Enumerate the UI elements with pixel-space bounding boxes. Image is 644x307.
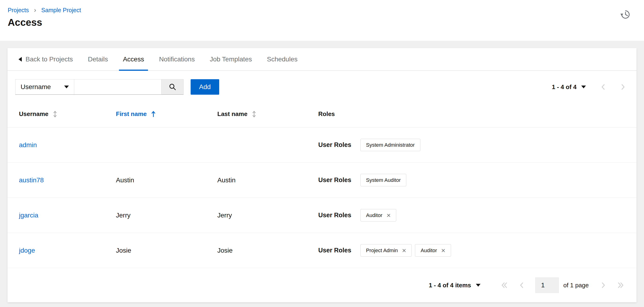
next-page-button[interactable] — [620, 83, 625, 91]
caret-left-icon — [18, 57, 22, 62]
angle-left-icon — [601, 83, 606, 91]
tab-job-templates[interactable]: Job Templates — [202, 48, 260, 71]
last-name-cell: Josie — [217, 247, 318, 254]
next-page-button[interactable] — [601, 281, 606, 289]
role-chip: System Auditor — [360, 174, 406, 186]
table-row: admin User Roles System Administrator — [8, 128, 636, 163]
username-link[interactable]: jgarcia — [19, 212, 38, 219]
tab-notifications[interactable]: Notifications — [152, 48, 202, 71]
column-header-last-name[interactable]: Last name — [217, 110, 318, 118]
first-name-cell: Josie — [116, 247, 217, 254]
username-cell: jgarcia — [19, 212, 116, 219]
tab-label: Details — [88, 56, 108, 63]
role-chip-label: Project Admin — [366, 247, 398, 253]
history-icon[interactable] — [620, 9, 631, 20]
page: Projects › Sample Project Access Back to… — [0, 0, 644, 307]
search-button[interactable] — [161, 79, 184, 95]
tab-label: Back to Projects — [26, 56, 73, 63]
remove-role-icon[interactable]: × — [387, 212, 391, 219]
table-row: jgarcia Jerry Jerry User Roles Auditor × — [8, 198, 636, 233]
role-chip-label: System Auditor — [366, 177, 401, 183]
role-chips: Project Admin × Auditor × — [360, 244, 451, 257]
page-count-label: of 1 page — [564, 282, 589, 289]
tab-bar: Back to Projects Details Access Notifica… — [8, 48, 636, 71]
column-header-first-name[interactable]: First name — [116, 110, 217, 118]
breadcrumb-projects-link[interactable]: Projects — [8, 7, 29, 14]
pagination-range: 1 - 4 of 4 — [552, 83, 576, 91]
username-link[interactable]: jdoge — [19, 247, 35, 254]
username-link[interactable]: admin — [19, 141, 37, 149]
sort-both-icon[interactable] — [53, 110, 57, 118]
chevron-down-icon — [581, 86, 586, 88]
sort-ascending-icon[interactable] — [151, 110, 156, 118]
tab-schedules[interactable]: Schedules — [260, 48, 305, 71]
chevron-down-icon — [64, 86, 69, 88]
first-name-cell: Jerry — [116, 212, 217, 219]
prev-page-button[interactable] — [520, 281, 524, 289]
column-label: Username — [19, 110, 48, 118]
username-cell: jdoge — [19, 247, 116, 254]
last-name-cell: Austin — [217, 176, 318, 184]
prev-page-button[interactable] — [601, 83, 606, 91]
double-angle-right-icon — [617, 281, 624, 289]
roles-cell: User Roles System Auditor — [318, 174, 625, 186]
current-page-input[interactable] — [535, 277, 559, 293]
items-range: 1 - 4 of 4 items — [429, 282, 471, 289]
pagination-footer: 1 - 4 of 4 items of 1 page — [8, 268, 636, 302]
role-chips: Auditor × — [360, 209, 396, 221]
user-roles-label: User Roles — [318, 176, 351, 184]
tab-label: Notifications — [159, 56, 195, 63]
items-per-page-dropdown[interactable]: 1 - 4 of 4 items — [429, 282, 480, 289]
table-row: jdoge Josie Josie User Roles Project Adm… — [8, 233, 636, 268]
roles-cell: User Roles Project Admin × Auditor × — [318, 244, 625, 257]
tab-details[interactable]: Details — [80, 48, 116, 71]
table-body: admin User Roles System Administrator — [8, 128, 636, 268]
tab-label: Access — [123, 56, 144, 63]
table-row: austin78 Austin Austin User Roles System… — [8, 163, 636, 198]
column-label: Last name — [217, 110, 248, 118]
role-chip-label: Auditor — [420, 247, 437, 253]
role-chips: System Administrator — [360, 139, 420, 151]
remove-role-icon[interactable]: × — [402, 247, 406, 254]
table-header: Username First name Last name — [8, 101, 636, 128]
chevron-down-icon — [476, 284, 480, 287]
roles-cell: User Roles Auditor × — [318, 209, 625, 221]
last-name-cell: Jerry — [217, 212, 318, 219]
angle-left-icon — [520, 281, 524, 289]
user-roles-label: User Roles — [318, 212, 351, 219]
last-page-button[interactable] — [617, 281, 624, 289]
add-button[interactable]: Add — [190, 79, 219, 95]
remove-role-icon[interactable]: × — [441, 247, 446, 254]
tab-back-to-projects[interactable]: Back to Projects — [11, 48, 80, 71]
tab-access[interactable]: Access — [116, 48, 152, 71]
role-chip: Project Admin × — [360, 244, 412, 257]
breadcrumb: Projects › Sample Project — [8, 6, 644, 14]
username-link[interactable]: austin78 — [19, 176, 44, 184]
filter-type-value: Username — [20, 83, 51, 91]
per-page-dropdown[interactable]: 1 - 4 of 4 — [552, 83, 586, 91]
tab-label: Schedules — [267, 56, 298, 63]
main-content: Back to Projects Details Access Notifica… — [0, 41, 644, 302]
username-cell: admin — [19, 141, 116, 149]
sort-both-icon[interactable] — [252, 110, 256, 118]
roles-cell: User Roles System Administrator — [318, 139, 625, 151]
column-header-username[interactable]: Username — [19, 110, 116, 118]
filter-type-select[interactable]: Username — [15, 79, 74, 95]
first-page-button[interactable] — [501, 281, 508, 289]
breadcrumb-separator-icon: › — [34, 7, 36, 13]
search-input[interactable] — [74, 79, 161, 95]
role-chip-label: System Administrator — [366, 142, 415, 148]
breadcrumb-sample-project-link[interactable]: Sample Project — [41, 7, 81, 14]
role-chip: Auditor × — [415, 244, 451, 257]
angle-right-icon — [620, 83, 625, 91]
page-header: Projects › Sample Project Access — [0, 0, 644, 41]
role-chip-label: Auditor — [366, 212, 382, 218]
angle-right-icon — [601, 281, 606, 289]
search-icon — [168, 83, 176, 91]
role-chips: System Auditor — [360, 174, 406, 186]
user-roles-label: User Roles — [318, 141, 351, 149]
column-label: Roles — [318, 110, 335, 118]
role-chip: System Administrator — [360, 139, 420, 151]
first-name-cell: Austin — [116, 176, 217, 184]
tab-label: Job Templates — [210, 56, 252, 63]
